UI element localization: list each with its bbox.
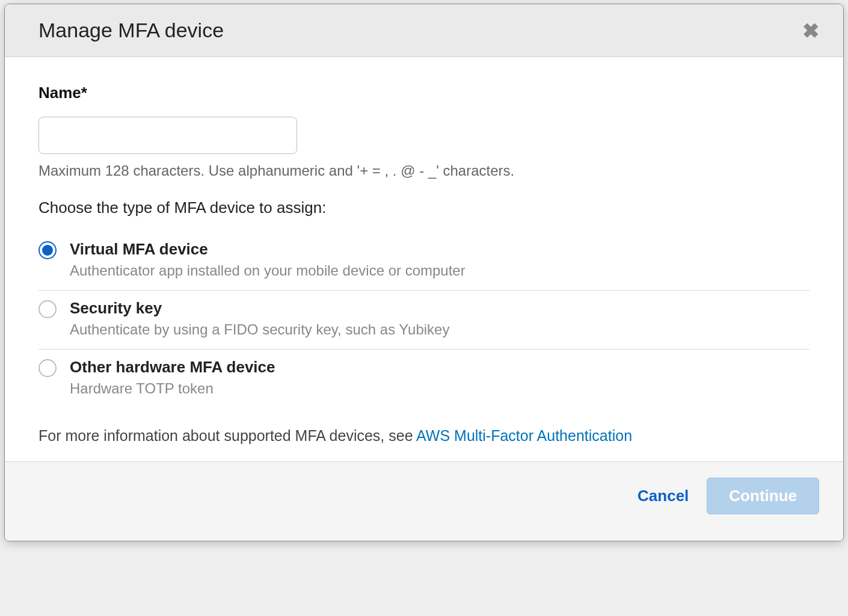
- mfa-type-radio-group: Virtual MFA device Authenticator app ins…: [38, 232, 810, 408]
- radio-text: Virtual MFA device Authenticator app ins…: [70, 240, 810, 279]
- modal-title: Manage MFA device: [38, 19, 224, 42]
- radio-title: Virtual MFA device: [70, 240, 810, 259]
- radio-option-other-hardware[interactable]: Other hardware MFA device Hardware TOTP …: [38, 349, 810, 408]
- radio-button-other-hardware[interactable]: [38, 359, 57, 377]
- manage-mfa-modal: Manage MFA device ✖ Name* Maximum 128 ch…: [4, 4, 844, 541]
- info-link[interactable]: AWS Multi-Factor Authentication: [416, 427, 632, 444]
- radio-button-virtual-mfa[interactable]: [38, 241, 57, 259]
- type-section-label: Choose the type of MFA device to assign:: [38, 199, 810, 217]
- modal-overlay: Manage MFA device ✖ Name* Maximum 128 ch…: [0, 0, 848, 616]
- radio-desc: Authenticator app installed on your mobi…: [70, 262, 810, 279]
- radio-desc: Hardware TOTP token: [70, 380, 810, 397]
- radio-option-virtual-mfa[interactable]: Virtual MFA device Authenticator app ins…: [38, 232, 810, 290]
- name-label: Name*: [38, 84, 810, 102]
- cancel-button[interactable]: Cancel: [638, 487, 689, 505]
- radio-button-security-key[interactable]: [38, 300, 57, 318]
- radio-title: Security key: [70, 299, 810, 318]
- radio-text: Other hardware MFA device Hardware TOTP …: [70, 358, 810, 397]
- radio-title: Other hardware MFA device: [70, 358, 810, 377]
- modal-footer: Cancel Continue: [5, 461, 843, 541]
- radio-text: Security key Authenticate by using a FID…: [70, 299, 810, 338]
- name-input[interactable]: [38, 117, 297, 154]
- modal-header: Manage MFA device ✖: [5, 4, 843, 57]
- info-prefix: For more information about supported MFA…: [38, 427, 416, 444]
- close-icon[interactable]: ✖: [802, 20, 819, 41]
- continue-button[interactable]: Continue: [707, 478, 819, 514]
- info-line: For more information about supported MFA…: [38, 427, 810, 445]
- radio-desc: Authenticate by using a FIDO security ke…: [70, 321, 810, 338]
- radio-option-security-key[interactable]: Security key Authenticate by using a FID…: [38, 290, 810, 349]
- name-help-text: Maximum 128 characters. Use alphanumeric…: [38, 162, 810, 179]
- modal-body: Name* Maximum 128 characters. Use alphan…: [5, 57, 843, 461]
